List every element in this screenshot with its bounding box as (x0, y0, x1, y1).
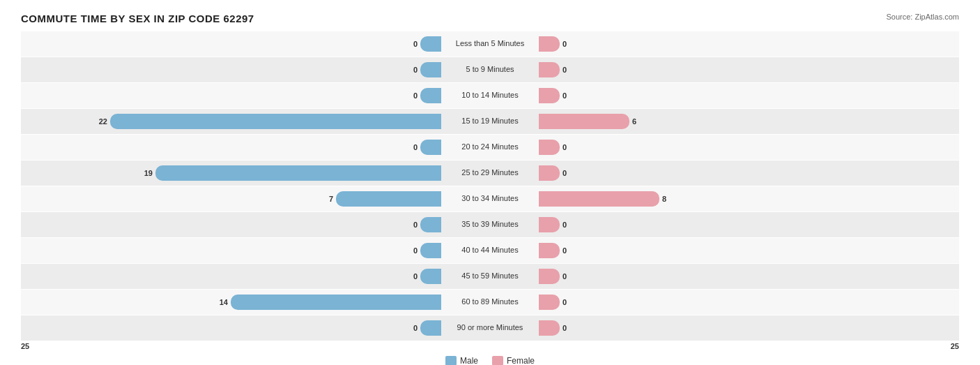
female-bar (539, 295, 560, 310)
legend-female: Female (492, 356, 535, 365)
bar-row: 020 to 24 Minutes0 (21, 135, 959, 160)
chart-container: COMMUTE TIME BY SEX IN ZIP CODE 62297 So… (0, 0, 980, 365)
right-section: 0 (539, 212, 959, 237)
left-section: 22 (21, 109, 441, 134)
axis-row: 25 25 (21, 342, 959, 350)
category-label: 25 to 29 Minutes (441, 168, 539, 177)
male-value: 0 (404, 272, 418, 281)
right-section: 8 (539, 186, 959, 211)
female-bar (539, 269, 560, 284)
left-section: 14 (21, 290, 441, 315)
legend: Male Female (21, 356, 959, 365)
chart-title: COMMUTE TIME BY SEX IN ZIP CODE 62297 (21, 13, 959, 24)
female-bar (539, 36, 560, 52)
bar-row: 730 to 34 Minutes8 (21, 186, 959, 211)
left-section: 0 (21, 57, 441, 82)
female-value: 0 (562, 221, 576, 229)
male-label: Male (460, 356, 478, 365)
female-value: 0 (562, 143, 576, 151)
female-value: 0 (562, 91, 576, 100)
female-bar (539, 140, 560, 155)
male-value: 0 (404, 246, 418, 255)
female-value: 0 (562, 324, 576, 332)
bar-row: 045 to 59 Minutes0 (21, 264, 959, 289)
female-bar (539, 88, 560, 103)
left-section: 0 (21, 315, 441, 341)
male-bar (231, 295, 441, 310)
bar-row: 05 to 9 Minutes0 (21, 57, 959, 82)
male-bar (420, 88, 441, 103)
category-label: 45 to 59 Minutes (441, 271, 539, 281)
female-value: 8 (662, 195, 676, 203)
male-bar (420, 269, 441, 284)
source-label: Source: ZipAtlas.com (886, 13, 959, 21)
bar-row: 1925 to 29 Minutes0 (21, 161, 959, 186)
male-value: 0 (404, 66, 418, 74)
category-label: 15 to 19 Minutes (441, 117, 539, 126)
right-section: 0 (539, 83, 959, 108)
category-label: 90 or more Minutes (441, 323, 539, 332)
bar-row: 040 to 44 Minutes0 (21, 238, 959, 263)
category-label: 40 to 44 Minutes (441, 246, 539, 255)
male-value: 0 (404, 91, 418, 100)
axis-right-value: 25 (951, 342, 959, 350)
left-section: 0 (21, 238, 441, 263)
female-bar (539, 243, 560, 258)
bar-row: 090 or more Minutes0 (21, 315, 959, 341)
male-bar (110, 114, 441, 129)
male-bar (420, 243, 441, 258)
right-section: 6 (539, 109, 959, 134)
female-value: 0 (562, 169, 576, 177)
bar-row: 1460 to 89 Minutes0 (21, 290, 959, 315)
left-section: 0 (21, 264, 441, 289)
category-label: Less than 5 Minutes (441, 39, 539, 48)
female-value: 0 (562, 40, 576, 48)
chart-area: 0Less than 5 Minutes005 to 9 Minutes0010… (21, 31, 959, 341)
legend-male: Male (445, 356, 478, 365)
right-section: 0 (539, 238, 959, 263)
left-section: 0 (21, 83, 441, 108)
left-section: 7 (21, 186, 441, 211)
male-bar (420, 217, 441, 232)
female-bar (539, 165, 560, 181)
left-section: 0 (21, 135, 441, 160)
female-value: 0 (562, 272, 576, 281)
category-label: 35 to 39 Minutes (441, 220, 539, 229)
right-section: 0 (539, 315, 959, 341)
male-value: 19 (139, 169, 153, 177)
axis-left-value: 25 (21, 342, 29, 350)
female-value: 0 (562, 246, 576, 255)
right-section: 0 (539, 290, 959, 315)
bar-row: 2215 to 19 Minutes6 (21, 109, 959, 134)
bar-row: 010 to 14 Minutes0 (21, 83, 959, 108)
category-label: 5 to 9 Minutes (441, 65, 539, 74)
male-bar (420, 62, 441, 77)
left-section: 0 (21, 31, 441, 57)
male-value: 14 (214, 298, 228, 306)
male-bar (155, 165, 441, 181)
female-value: 6 (632, 117, 646, 126)
male-value: 0 (404, 221, 418, 229)
left-section: 19 (21, 161, 441, 186)
female-label: Female (507, 356, 535, 365)
right-section: 0 (539, 161, 959, 186)
female-color-swatch (492, 356, 503, 365)
bar-row: 0Less than 5 Minutes0 (21, 31, 959, 57)
female-bar (539, 62, 560, 77)
right-section: 0 (539, 57, 959, 82)
male-color-swatch (445, 356, 457, 365)
male-value: 0 (404, 324, 418, 332)
female-value: 0 (562, 66, 576, 74)
right-section: 0 (539, 264, 959, 289)
left-section: 0 (21, 212, 441, 237)
category-label: 10 to 14 Minutes (441, 91, 539, 100)
male-bar (420, 36, 441, 52)
male-bar (336, 191, 441, 207)
female-bar (539, 320, 560, 336)
female-bar (539, 217, 560, 232)
female-bar (539, 191, 659, 207)
right-section: 0 (539, 135, 959, 160)
female-value: 0 (562, 298, 576, 306)
male-value: 0 (404, 143, 418, 151)
category-label: 30 to 34 Minutes (441, 194, 539, 203)
